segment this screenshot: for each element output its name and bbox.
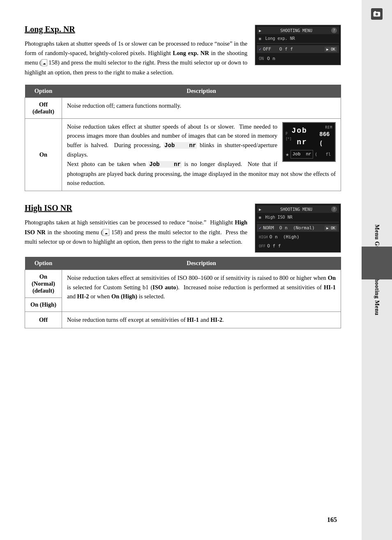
rem-label: REM bbox=[325, 125, 332, 130]
camera-menu-item-off2: OFF O f f bbox=[257, 242, 339, 250]
sidebar-icon bbox=[371, 8, 383, 20]
check-icon2: ✓ bbox=[259, 226, 261, 230]
camera-menu-arrow2: ▶ bbox=[259, 207, 261, 212]
rem-count: 866 ( bbox=[319, 130, 332, 148]
table2-header-option: Option bbox=[25, 257, 62, 270]
jobnr-inline1: Job nr bbox=[164, 142, 197, 149]
table-row-off: Off(default) Noise reduction off; camera… bbox=[25, 97, 341, 118]
desc-off: Noise reduction off; camera functions no… bbox=[62, 97, 341, 118]
right-sidebar: Menu Guide—The Shooting Menu bbox=[362, 0, 392, 540]
section2-high-iso-nr: ▶ SHOOTING MENU ? ■ High ISO NR ✓ NORM O… bbox=[25, 203, 341, 328]
camera-menu-header2: ▶ SHOOTING MENU ? bbox=[257, 205, 339, 213]
job-nr-display: Job nr bbox=[291, 125, 319, 148]
jobnr-inline2: Job nr bbox=[148, 161, 182, 168]
option-on-high: On (High) bbox=[25, 298, 62, 312]
sidebar-dark-block bbox=[362, 247, 392, 279]
page-number: 165 bbox=[327, 516, 337, 524]
camera-menu-item-norm: ✓ NORM O n (Normal) ▶ OK bbox=[257, 224, 339, 232]
ok-button2: ▶ OK bbox=[325, 226, 337, 231]
desc-on-normal: Noise reduction takes effect at sensitiv… bbox=[62, 270, 341, 312]
star-icon: ★ bbox=[286, 150, 289, 159]
long-exp-table: Option Description Off(default) Noise re… bbox=[25, 85, 341, 192]
section1-long-exp-nr: ▶ SHOOTING MENU ? ■ Long exp. NR ✓ OFF O… bbox=[25, 25, 341, 191]
camera-menu-item-high: HIGH O n (High) bbox=[257, 233, 339, 241]
high-iso-table: Option Description On (Normal)(default) … bbox=[25, 257, 341, 328]
camera-menu-header: ▶ SHOOTING MENU ? bbox=[257, 27, 339, 34]
svg-rect-3 bbox=[374, 11, 376, 12]
table2-header-desc: Description bbox=[62, 257, 341, 270]
camera-menu-help: ? bbox=[331, 28, 337, 33]
camera-menu-subtitle2: ■ High ISO NR bbox=[257, 214, 339, 220]
check-icon: ✓ bbox=[259, 47, 261, 51]
camera-display-on: P [*] Job nr REM 866 ( bbox=[282, 122, 336, 162]
ok-button: ▶ OK bbox=[325, 47, 337, 52]
svg-point-2 bbox=[376, 14, 378, 15]
table2-row-on-normal: On (Normal)(default) Noise reduction tak… bbox=[25, 270, 341, 298]
camera-menu-title-text: SHOOTING MENU bbox=[280, 28, 312, 33]
camera-menu-help2: ? bbox=[331, 206, 337, 212]
option-on-normal: On (Normal)(default) bbox=[25, 270, 62, 298]
camera-menu-long-exp: ▶ SHOOTING MENU ? ■ Long exp. NR ✓ OFF O… bbox=[255, 25, 341, 65]
camera-menu-arrow: ▶ bbox=[259, 28, 261, 33]
camera-icon bbox=[373, 10, 380, 18]
table-header-option: Option bbox=[25, 85, 62, 98]
bold-high-iso: High ISO NR bbox=[25, 219, 247, 235]
camera-menu-item-off: ✓ OFF O f f ▶ OK bbox=[257, 45, 339, 53]
camera-menu-subtitle: ■ Long exp. NR bbox=[257, 35, 339, 42]
option-off2: Off bbox=[25, 312, 62, 328]
camera-menu-title-text2: SHOOTING MENU bbox=[280, 207, 312, 212]
desc-on: P [*] Job nr REM 866 ( bbox=[62, 118, 341, 191]
camera-menu-item-on: ON O n bbox=[257, 55, 339, 62]
table-row-on: On P [*] Job nr bbox=[25, 118, 341, 191]
camera-menu-high-iso: ▶ SHOOTING MENU ? ■ High ISO NR ✓ NORM O… bbox=[255, 203, 341, 253]
bracket: ( fl bbox=[315, 151, 331, 158]
desc-off2: Noise reduction turns off except at sens… bbox=[62, 312, 341, 328]
main-content: ▶ SHOOTING MENU ? ■ Long exp. NR ✓ OFF O… bbox=[0, 0, 362, 540]
table-header-desc: Description bbox=[62, 85, 341, 98]
option-on: On bbox=[25, 118, 62, 191]
job-nr-small: Job nr bbox=[291, 150, 313, 159]
table2-row-off: Off Noise reduction turns off except at … bbox=[25, 312, 341, 328]
bold-long-exp: Long exp. NR bbox=[173, 50, 209, 56]
option-off: Off(default) bbox=[25, 97, 62, 118]
